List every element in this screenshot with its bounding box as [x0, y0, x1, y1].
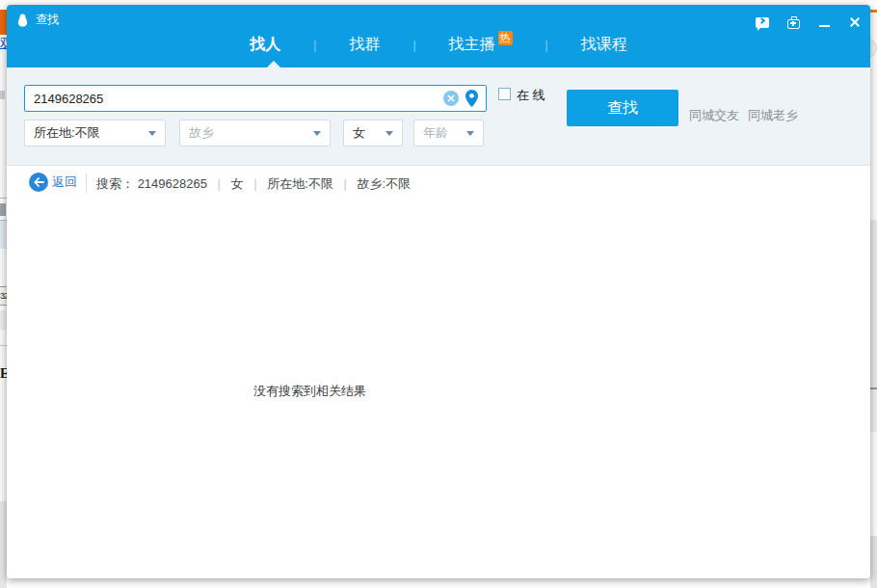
- bg-circle-fragment: [870, 39, 877, 58]
- bg-text-smudge: [0, 203, 6, 216]
- vertical-divider: [86, 174, 87, 193]
- window-controls: [755, 14, 863, 30]
- chevron-down-icon: [148, 131, 156, 136]
- filter-age-value: 年龄: [423, 124, 448, 142]
- summary-hometown: 故乡:不限: [357, 176, 411, 191]
- online-checkbox[interactable]: [498, 88, 511, 100]
- tab-find-group[interactable]: 找群: [349, 35, 380, 55]
- tab-separator: |: [313, 39, 316, 52]
- results-content: 没有搜索到相关结果: [7, 200, 870, 578]
- feedback-icon[interactable]: [755, 14, 770, 30]
- tab-bar: 找人 | 找群 | 找主播热 | 找课程: [7, 35, 870, 55]
- search-input-wrap: [24, 85, 487, 112]
- qq-penguin-icon: [15, 13, 30, 28]
- summary-gender: 女: [231, 176, 244, 191]
- bg-orange-line: [870, 10, 877, 13]
- online-label: 在 线: [517, 87, 545, 104]
- bg-gray-block: [870, 389, 877, 432]
- bg-gray-strip: [870, 536, 877, 588]
- filter-location-value: 所在地:不限: [34, 124, 100, 142]
- bg-divider: [0, 345, 7, 346]
- tab-separator: |: [545, 39, 548, 52]
- results-bar: 返回 搜索： 2149628265 | 女 | 所在地:不限 | 故乡:不限: [7, 166, 870, 200]
- find-button[interactable]: 查找: [567, 90, 678, 126]
- clear-input-icon[interactable]: [443, 91, 459, 106]
- back-label: 返回: [52, 174, 77, 191]
- bg-gray-block: [870, 220, 877, 388]
- active-tab-caret: [267, 61, 280, 67]
- bg-box-fragment: [0, 220, 7, 249]
- location-pin-icon[interactable]: [465, 90, 478, 111]
- search-input[interactable]: [24, 85, 487, 112]
- summary-label: 搜索：: [96, 176, 134, 191]
- close-button[interactable]: [847, 14, 863, 30]
- window-title: 查找: [36, 12, 59, 28]
- bg-text-smudge: [0, 91, 5, 99]
- window-header: 查找 找人 | 找群 | 找主播热 | 找课程: [7, 5, 870, 67]
- filter-hometown-value: 故乡: [189, 124, 214, 142]
- bg-number-fragment: 32: [0, 286, 7, 306]
- bg-letter-fragment: E: [0, 366, 7, 382]
- city-links: 同城交友 同城老乡: [689, 107, 798, 124]
- bg-divider: [0, 198, 7, 199]
- empty-results-message: 没有搜索到相关结果: [253, 383, 366, 400]
- chevron-down-icon: [313, 131, 321, 136]
- tab-find-streamer[interactable]: 找主播热: [449, 35, 513, 55]
- bg-box-fragment: [0, 310, 7, 330]
- link-city-hometown[interactable]: 同城老乡: [748, 107, 798, 124]
- bg-link-fragment: 双: [0, 35, 7, 52]
- tab-find-course[interactable]: 找课程: [581, 35, 627, 55]
- filter-location-dropdown[interactable]: 所在地:不限: [24, 120, 166, 147]
- hot-badge: 热: [498, 31, 513, 45]
- summary-query: 2149628265: [138, 176, 207, 191]
- search-panel: 在 线 查找 同城交友 同城老乡 所在地:不限 故乡 女 年龄: [7, 67, 870, 166]
- link-city-friends[interactable]: 同城交友: [689, 107, 739, 124]
- background-window-left-sliver: 双 32 E: [0, 0, 7, 588]
- back-arrow-icon: [29, 173, 48, 192]
- filter-gender-value: 女: [353, 124, 365, 142]
- summary-separator: |: [218, 176, 221, 191]
- toolbox-plus-icon[interactable]: [785, 14, 801, 30]
- tab-find-people[interactable]: 找人: [250, 35, 280, 55]
- background-window-right-sliver: [870, 0, 877, 588]
- summary-separator: |: [343, 176, 346, 191]
- qq-find-window: 查找 找人 | 找群 | 找主播热 | 找课程: [7, 5, 870, 578]
- filter-gender-dropdown[interactable]: 女: [343, 120, 403, 147]
- summary-separator: |: [253, 176, 256, 191]
- filter-hometown-dropdown[interactable]: 故乡: [179, 120, 331, 147]
- tab-label: 找主播: [449, 35, 495, 55]
- title-row: 查找: [15, 12, 59, 28]
- chevron-down-icon: [466, 131, 474, 136]
- tab-separator: |: [412, 39, 415, 52]
- chevron-down-icon: [385, 131, 393, 136]
- search-summary: 搜索： 2149628265 | 女 | 所在地:不限 | 故乡:不限: [96, 175, 411, 193]
- back-button[interactable]: 返回: [29, 173, 77, 192]
- summary-location: 所在地:不限: [267, 176, 333, 191]
- minimize-button[interactable]: [816, 14, 832, 30]
- bg-gray-strip: [0, 501, 7, 588]
- bg-orange-block: [0, 10, 7, 35]
- filter-age-dropdown[interactable]: 年龄: [413, 120, 484, 147]
